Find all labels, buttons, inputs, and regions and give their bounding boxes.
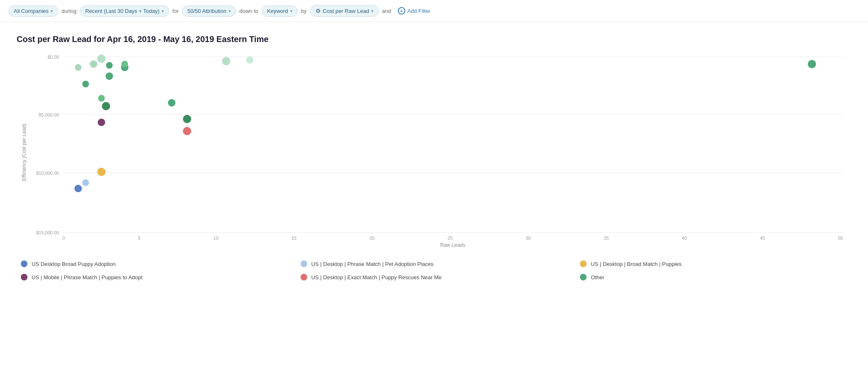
legend-dot	[580, 261, 587, 267]
scatter-dot[interactable]	[106, 62, 113, 69]
and-label: and	[382, 8, 391, 14]
x-tick-label: 10	[213, 236, 218, 241]
legend-dot	[301, 274, 307, 280]
chart-title: Cost per Raw Lead for Apr 16, 2019 - May…	[17, 35, 851, 44]
scatter-dot[interactable]	[168, 99, 175, 107]
x-tick-label: 45	[760, 236, 765, 241]
main-content: Cost per Raw Lead for Apr 16, 2019 - May…	[0, 22, 868, 293]
for-label: for	[173, 8, 179, 14]
scatter-dot[interactable]	[246, 56, 254, 64]
x-tick-label: 30	[526, 236, 531, 241]
all-companies-filter[interactable]: All Companies ▾	[8, 5, 58, 17]
legend-label: Other	[591, 274, 604, 280]
scatter-dot[interactable]	[97, 55, 106, 63]
legend-label: US | Mobile | Phrase Match | Puppies to …	[32, 274, 143, 280]
keyword-filter[interactable]: Keyword ▾	[261, 5, 298, 17]
scatter-dot[interactable]	[74, 185, 82, 192]
x-axis-label: Raw Leads	[62, 242, 843, 248]
scatter-dot[interactable]	[183, 115, 191, 123]
grid-line: $15,000.00	[62, 232, 843, 233]
legend-dot	[301, 261, 307, 267]
legend-dot	[21, 274, 27, 280]
by-label: by	[301, 8, 307, 14]
scatter-dot[interactable]	[102, 102, 110, 110]
chart-icon: ⚙	[316, 7, 321, 14]
legend-item: US | Mobile | Phrase Match | Puppies to …	[21, 274, 288, 280]
legend-dot	[580, 274, 587, 280]
during-label: during	[62, 8, 76, 14]
legend-item: US | Desktop | Broad Match | Puppies	[580, 261, 847, 267]
plus-icon: +	[398, 7, 405, 15]
chevron-down-icon: ▾	[290, 9, 292, 13]
grid-line: $10,000.00	[62, 173, 843, 173]
legend-item: US Desktop Broad Puppy Adoption	[21, 261, 288, 267]
legend-label: US | Desktop | Phrase Match | Pet Adopti…	[311, 261, 434, 267]
x-tick-label: 20	[370, 236, 375, 241]
chevron-down-icon: ▾	[162, 9, 164, 13]
x-axis-ticks: 05101520253035404550	[62, 232, 843, 241]
x-tick-label: 5	[138, 236, 141, 241]
chevron-down-icon: ▾	[51, 9, 53, 13]
x-tick-label: 15	[291, 236, 296, 241]
scatter-dot[interactable]	[808, 60, 816, 68]
x-tick-label: 25	[448, 236, 453, 241]
scatter-dot[interactable]	[75, 64, 81, 71]
down-to-label: down to	[239, 8, 259, 14]
filter-bar: All Companies ▾ during Recent (Last 30 D…	[0, 0, 868, 22]
legend-item: US | Desktop | Exact Match | Puppy Rescu…	[301, 274, 568, 280]
legend-item: Other	[580, 274, 847, 280]
scatter-dot[interactable]	[106, 72, 113, 80]
y-axis-label: Efficiency (Cost per Lead)	[17, 57, 29, 248]
metric-filter[interactable]: ⚙ Cost per Raw Lead ▾	[310, 5, 379, 17]
attribution-filter[interactable]: 50/50 Attribution ▾	[182, 5, 236, 17]
y-tick-label: $5,000.00	[39, 112, 59, 117]
scatter-dot[interactable]	[121, 61, 128, 67]
y-tick-label: $15,000.00	[36, 230, 59, 235]
scatter-dot[interactable]	[82, 179, 89, 186]
date-range-filter[interactable]: Recent (Last 30 Days + Today) ▾	[80, 5, 169, 17]
y-tick-label: $10,000.00	[36, 171, 59, 176]
chevron-down-icon: ▾	[229, 9, 231, 13]
scatter-dot[interactable]	[222, 57, 230, 65]
legend-item: US | Desktop | Phrase Match | Pet Adopti…	[301, 261, 568, 267]
x-tick-label: 0	[62, 236, 65, 241]
grid-line: $0.00	[62, 57, 843, 57]
scatter-dot[interactable]	[98, 119, 105, 126]
y-tick-label: $0.00	[47, 55, 59, 60]
legend-label: US | Desktop | Broad Match | Puppies	[591, 261, 681, 267]
x-tick-label: 35	[604, 236, 609, 241]
grid-line: $5,000.00	[62, 114, 843, 115]
scatter-dot[interactable]	[98, 95, 105, 102]
legend-label: US Desktop Broad Puppy Adoption	[32, 261, 116, 267]
legend: US Desktop Broad Puppy AdoptionUS | Desk…	[17, 261, 851, 280]
scatter-dot[interactable]	[183, 127, 191, 135]
chart-area: Efficiency (Cost per Lead) $0.00$5,000.0…	[17, 57, 851, 248]
chevron-down-icon: ▾	[371, 9, 373, 13]
legend-label: US | Desktop | Exact Match | Puppy Rescu…	[311, 274, 442, 280]
legend-dot	[21, 261, 27, 267]
scatter-dot[interactable]	[97, 168, 106, 176]
x-tick-label: 50	[838, 236, 843, 241]
x-tick-label: 40	[682, 236, 687, 241]
scatter-dot[interactable]	[82, 81, 89, 87]
scatter-dot[interactable]	[90, 60, 97, 68]
add-filter-button[interactable]: + Add Filter	[395, 5, 434, 17]
